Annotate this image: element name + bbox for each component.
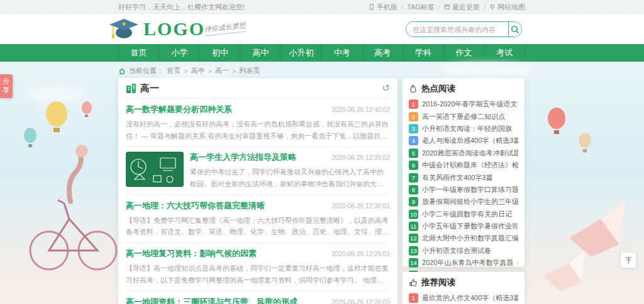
nav-item-gaokao[interactable]: 高考	[363, 44, 404, 62]
breadcrumb-senior[interactable]: 高中	[191, 66, 204, 76]
list-header: 高一 ↺	[126, 78, 390, 99]
site-logo[interactable]: LOGO	[107, 16, 205, 42]
back-icon[interactable]: ↺	[382, 82, 390, 94]
breadcrumb-listpage[interactable]: 列表页	[239, 66, 260, 76]
hot-item-label: 2016-2020年春学期五年级语文下期末模拟	[422, 99, 518, 109]
hot-list-item[interactable]: 9放暑假期间留给小学生的三年级英语作文范文	[409, 196, 518, 208]
mobile-version-link[interactable]: 手机版	[369, 3, 397, 12]
rank-badge: 6	[409, 160, 418, 170]
separator: /	[401, 3, 403, 11]
article-thumbnail[interactable]	[126, 152, 184, 187]
sitemap-link[interactable]: 网站地图	[489, 3, 525, 12]
hot-list-item[interactable]: 2高一英语下册必修二知识点	[409, 110, 518, 122]
thumbs-up-icon	[409, 278, 418, 287]
article-description: 没有好的高一，必然没有好的高考；没有高一的危机感和紧迫感，就没有高三的从容自信！…	[126, 118, 390, 142]
hot-item-label: 小学二年级跟数学有关的日记	[422, 210, 512, 219]
search-input[interactable]	[406, 22, 508, 37]
back-to-top-button[interactable]	[620, 252, 636, 268]
hot-item-label: 小升初语文综合测试卷	[422, 246, 491, 256]
home-icon	[118, 67, 126, 75]
category-icon	[126, 83, 136, 94]
article-list-card: 高一 ↺ 高一数学解题要分析四种关系 2020-06-26 12:40:02 没…	[118, 78, 397, 304]
main-nav: 首页 小学 初中 高中 小升初 中考 高考 学科 作文 考试	[0, 44, 644, 62]
hot-list-item[interactable]: 11小学五年级下册数学暑假作业答案【20-61	[409, 220, 518, 232]
recommend-item-label: 最欣赏的人作文400字（精选3篇）	[422, 293, 518, 303]
hot-item-label: 高一英语下册必修二知识点	[422, 112, 505, 121]
nav-item-zuowen[interactable]: 作文	[444, 44, 485, 62]
recent-updates-link[interactable]: 最近更新	[444, 3, 480, 12]
nav-item-junior[interactable]: 初中	[200, 44, 241, 62]
breadcrumb-separator: >	[208, 67, 211, 75]
article-date: 2020-06-26 12:20:03	[331, 299, 390, 304]
nav-item-home[interactable]: 首页	[118, 44, 160, 62]
rank-badge: 9	[409, 197, 418, 206]
article-title-link[interactable]: 高一地理：六大技巧帮你答题完整清晰	[126, 200, 265, 211]
hot-list-item[interactable]: 52020雅思英语阅读临考冲刺试题附答案	[409, 147, 518, 159]
hot-item-label: 2020雅思英语阅读临考冲刺试题附答案	[422, 149, 518, 158]
recommended-reading-title: 推荐阅读	[421, 277, 455, 288]
article-item: 高一学生入学方法指导及策略 2020-06-26 12:35:02 紧张的中考过…	[126, 147, 390, 194]
site-header: LOGO 伴你成长梦想	[0, 14, 644, 44]
top-bar: 好好学习，天天向上，红樱作文网欢迎您! 手机版 / TAG标签 / 最近更新 /…	[0, 0, 644, 14]
nav-item-zhongkao[interactable]: 中考	[322, 44, 363, 62]
hot-list-item[interactable]: 142020年山东青岛中考数学真题（已公布）	[409, 257, 518, 269]
slogan-text: 伴你成长梦想	[204, 21, 247, 37]
hot-reading-title: 热点阅读	[421, 83, 455, 94]
nav-item-primary[interactable]: 小学	[160, 44, 201, 62]
article-title-link[interactable]: 高一地理资料：三圈环流与气压带、风带的形成	[126, 296, 297, 304]
article-title-link[interactable]: 高一地理复习资料：影响气候的因素	[126, 248, 257, 259]
article-description: 【导语】高一地理知识点是高考的基础，同学们一定要复习好高一地理，这样才能在复习好…	[126, 262, 390, 286]
nav-item-subjects[interactable]: 学科	[403, 44, 444, 62]
hot-list-item[interactable]: 12016-2020年春学期五年级语文下期末模拟	[409, 98, 518, 110]
hot-item-label: 小升初语文阅读：年轻的国旗	[422, 124, 512, 133]
cloud-decoration	[440, 62, 535, 78]
tag-link[interactable]: TAG标签	[407, 3, 435, 12]
article-title-link[interactable]: 高一数学解题要分析四种关系	[126, 104, 232, 115]
map-pin-icon	[489, 4, 496, 10]
share-button[interactable]: 分享	[0, 74, 13, 98]
hot-reading-list: 12016-2020年春学期五年级语文下期末模拟 2高一英语下册必修二知识点 3…	[409, 98, 518, 281]
hot-list-item[interactable]: 13小升初语文综合测试卷	[409, 245, 518, 257]
hot-item-label: 2020年山东青岛中考数学真题（已公布）	[422, 258, 518, 267]
rank-badge: 1	[409, 293, 418, 303]
search-button[interactable]	[508, 22, 521, 37]
refresh-icon	[444, 4, 450, 10]
hot-item-label: 有关风雨作文400字3篇	[422, 173, 492, 183]
flame-icon	[409, 84, 418, 93]
paper-crane-decoration	[531, 93, 638, 301]
hot-list-item[interactable]: 3小升初语文阅读：年轻的国旗	[409, 123, 518, 135]
breadcrumb-gaoyi[interactable]: 高一	[215, 66, 229, 76]
rank-badge: 7	[409, 173, 418, 183]
hot-item-label: 小学一年级寒假数学口算练习题三篇	[422, 185, 518, 194]
rank-badge: 4	[409, 136, 418, 145]
hot-list-item[interactable]: 4老人与海读后感400字（精选3篇）	[409, 135, 518, 147]
graduation-cap-icon	[107, 16, 140, 42]
nav-item-kaoshi[interactable]: 考试	[484, 44, 525, 62]
article-date: 2020-06-26 12:40:02	[331, 106, 390, 113]
article-description: 【导语】免费学习网汇集整理《高一地理：六大技巧帮你答题完整清晰》，以及的高考备考…	[126, 215, 390, 238]
rank-badge: 8	[409, 185, 418, 194]
recommend-list-item[interactable]: 1最欣赏的人作文400字（精选3篇）	[409, 292, 518, 304]
breadcrumb-prefix: 当前位置：	[129, 66, 164, 76]
article-item: 高一数学解题要分析四种关系 2020-06-26 12:40:02 没有好的高一…	[126, 99, 390, 147]
separator: /	[484, 3, 486, 11]
rank-badge: 10	[409, 210, 418, 219]
hot-item-label: 中级会计职称题库《经济法》检测题	[422, 160, 518, 170]
rank-badge: 11	[409, 222, 418, 231]
article-item: 高一地理：六大技巧帮你答题完整清晰 2020-06-26 12:30:01 【导…	[126, 195, 390, 243]
article-title-link[interactable]: 高一学生入学方法指导及策略	[190, 152, 296, 163]
article-item: 高一地理复习资料：影响气候的因素 2020-06-26 12:25:01 【导语…	[126, 243, 390, 291]
hot-reading-card: 热点阅读 12016-2020年春学期五年级语文下期末模拟 2高一英语下册必修二…	[402, 78, 525, 267]
breadcrumb-home[interactable]: 首页	[167, 66, 180, 76]
hot-list-item[interactable]: 10小学二年级跟数学有关的日记	[409, 208, 518, 220]
hot-list-item[interactable]: 12北师大附中小升初数学真题汇编	[409, 232, 518, 244]
nav-item-xiaoshengchu[interactable]: 小升初	[281, 44, 322, 62]
welcome-text: 好好学习，天天向上，红樱作文网欢迎您!	[118, 3, 245, 12]
phone-icon	[369, 4, 375, 10]
hot-list-item[interactable]: 6中级会计职称题库《经济法》检测题	[409, 159, 518, 171]
nav-item-senior[interactable]: 高中	[241, 44, 282, 62]
hot-list-item[interactable]: 8小学一年级寒假数学口算练习题三篇	[409, 184, 518, 196]
content-stage: 当前位置： 首页 > 高中 > 高一 > 列表页 高一 ↺ 高一数学解题要分析四…	[0, 62, 644, 304]
hot-list-item[interactable]: 7有关风雨作文400字3篇	[409, 171, 518, 183]
rank-badge: 1	[409, 99, 418, 109]
